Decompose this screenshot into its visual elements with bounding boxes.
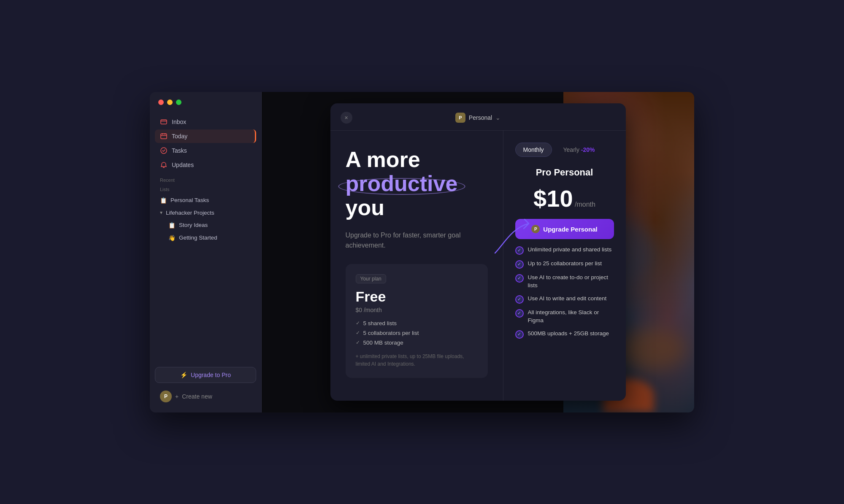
check-icon-2: ✓ [356,330,360,336]
close-button[interactable]: × [341,112,352,124]
modal-header: × P Personal ⌄ [330,103,626,131]
check-icon-1: ✓ [356,320,360,326]
dot-maximize[interactable] [176,100,181,105]
free-plan-card: Your plan Free $0 /month ✓ 5 shared list… [346,264,488,378]
main-content: × P Personal ⌄ [262,92,694,412]
dot-close[interactable] [158,100,164,105]
modal-overlay[interactable]: × P Personal ⌄ [262,92,694,412]
free-feature-2: ✓ 5 collaborators per list [356,330,478,336]
yearly-label: Yearly [563,146,579,153]
create-new-row[interactable]: P + Create new [155,387,256,406]
dropdown-chevron-icon: ⌄ [495,114,500,121]
story-ideas-icon: 📋 [168,222,176,229]
inbox-label: Inbox [172,119,186,125]
pro-check-icon-3 [515,274,524,283]
svg-rect-3 [165,133,165,135]
lifehacker-chevron-icon: ▾ [160,210,162,216]
user-avatar: P [160,391,172,402]
pro-feature-5: All integrations, like Slack or Figma [515,309,614,325]
pro-feature-6: 500MB uploads + 25GB storage [515,330,614,339]
free-feature-1: ✓ 5 shared lists [356,320,478,326]
pro-price-display: $10 /month [515,185,614,212]
upgrade-ws-icon: P [531,225,540,233]
promo-title-line2: you [346,195,384,220]
close-icon: × [344,114,348,121]
free-feature-3: ✓ 500 MB storage [356,340,478,346]
pro-plan-title: Pro Personal [515,167,614,178]
sidebar: Inbox Today Tasks [150,92,262,412]
plus-icon: + [175,393,179,400]
pro-check-icon-1 [515,246,524,255]
dot-minimize[interactable] [167,100,173,105]
pro-feature-2: Up to 25 collaborators per list [515,260,614,269]
price-period: /month [575,201,595,208]
billing-toggle: Monthly Yearly -20% [515,143,614,157]
workspace-icon: P [455,113,465,123]
getting-started-label: Getting Started [179,234,217,241]
today-label: Today [172,133,187,140]
pro-check-icon-5 [515,309,524,318]
sidebar-item-today[interactable]: Today [155,129,256,143]
upgrade-personal-button[interactable]: P Upgrade Personal [515,219,614,239]
pro-feature-3: Use AI to create to-do or project lists [515,274,614,290]
promo-title-line1: A more [346,147,420,172]
free-features-list: ✓ 5 shared lists ✓ 5 collaborators per l… [356,320,478,346]
create-new-label: Create new [182,393,212,400]
promo-highlight: productive [346,171,458,196]
list-item-story-ideas[interactable]: 📋 Story Ideas [155,219,256,231]
upgrade-btn-label: Upgrade to Pro [191,372,231,378]
tasks-icon [160,147,168,154]
svg-rect-1 [161,134,167,139]
svg-rect-0 [161,120,167,124]
personal-tasks-label: Personal Tasks [170,197,209,203]
your-plan-badge: Your plan [356,274,386,283]
upgrade-to-pro-button[interactable]: ⚡ Upgrade to Pro [155,367,256,383]
workspace-selector[interactable]: P Personal ⌄ [455,113,500,123]
free-plan-title: Free [356,288,478,305]
getting-started-icon: 👋 [168,234,176,241]
free-plan-price: $0 /month [356,307,478,313]
lifehacker-projects-label: Lifehacker Projects [166,210,214,216]
list-item-personal-tasks[interactable]: 📋 Personal Tasks [155,194,256,206]
monthly-toggle-button[interactable]: Monthly [515,143,552,157]
updates-icon [160,161,168,169]
yearly-discount-badge: -20% [581,146,595,153]
sidebar-item-updates[interactable]: Updates [155,158,256,172]
app-window: Inbox Today Tasks [150,92,694,412]
pro-check-icon-6 [515,330,524,339]
svg-rect-2 [162,133,163,135]
sidebar-bottom: ⚡ Upgrade to Pro P + Create new [155,367,256,406]
tasks-label: Tasks [172,147,187,154]
yearly-toggle-button[interactable]: Yearly -20% [555,143,603,157]
price-amount: $10 [533,185,573,212]
list-item-getting-started[interactable]: 👋 Getting Started [155,232,256,244]
modal-body: A more productive you Upgrade to Pro for… [330,131,626,401]
pro-check-icon-2 [515,260,524,269]
sidebar-item-inbox[interactable]: Inbox [155,115,256,129]
pro-check-icon-4 [515,295,524,304]
free-plan-note: + unlimited private lists, up to 25MB fi… [356,353,478,368]
recent-label: Recent [155,172,256,185]
titlebar [158,100,181,105]
pro-features-list: Unlimited private and shared lists Up to… [515,246,614,339]
personal-tasks-icon: 📋 [160,197,167,204]
sidebar-item-tasks[interactable]: Tasks [155,144,256,157]
workspace-name: Personal [469,114,492,121]
inbox-icon [160,118,168,126]
upgrade-personal-label: Upgrade Personal [543,226,597,233]
lightning-icon: ⚡ [180,372,187,378]
promo-panel: A more productive you Upgrade to Pro for… [330,131,503,401]
promo-title: A more productive you [346,148,488,220]
pro-feature-4: Use AI to write and edit content [515,295,614,304]
lists-label: Lists [155,185,256,194]
check-icon-3: ✓ [356,340,360,345]
story-ideas-label: Story Ideas [179,222,208,228]
pricing-panel: Monthly Yearly -20% Pro Personal $10 /mo… [503,131,626,401]
list-item-lifehacker-projects[interactable]: ▾ Lifehacker Projects [155,207,256,218]
today-icon [160,132,168,140]
updates-label: Updates [172,162,194,168]
pro-feature-1: Unlimited private and shared lists [515,246,614,255]
upgrade-modal: × P Personal ⌄ [330,103,626,401]
promo-subtitle: Upgrade to Pro for faster, smarter goal … [346,230,488,251]
